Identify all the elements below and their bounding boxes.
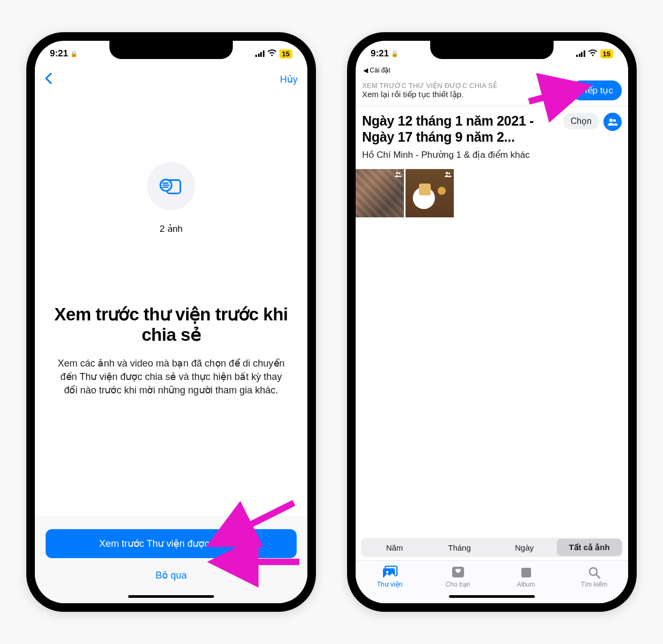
photo-thumbnails — [356, 169, 628, 217]
skip-button[interactable]: Bỏ qua — [46, 564, 297, 587]
date-range-title: Ngày 12 tháng 1 năm 2021 - Ngày 17 tháng… — [362, 113, 559, 145]
preview-body: 2 ảnh Xem trước thư viện trước khi chia … — [35, 92, 307, 516]
location-label: Hồ Chí Minh - Phường 1 & địa điểm khác — [356, 147, 628, 169]
svg-point-10 — [386, 571, 388, 573]
foryou-tab-icon — [450, 565, 466, 579]
svg-point-3 — [613, 119, 616, 122]
svg-point-5 — [399, 172, 401, 174]
library-content: Ngày 12 tháng 1 năm 2021 - Ngày 17 tháng… — [356, 106, 628, 603]
status-time: 9:21 — [50, 48, 68, 59]
photo-count-label: 2 ảnh — [159, 223, 182, 235]
preview-description: Xem các ảnh và video mà bạn đã chọn để d… — [35, 357, 307, 398]
nav-bar: Hủy — [35, 67, 307, 92]
svg-rect-12 — [521, 568, 531, 577]
home-indicator[interactable] — [128, 595, 214, 598]
preview-icon-circle — [147, 162, 195, 210]
header-subtitle: Xem lại rồi tiếp tục thiết lập. — [362, 90, 566, 99]
phone-mockup-right: 9:21 🔒 15 ◀ Cài đặt XEM TRƯỚC THƯ VIỆN Đ… — [347, 32, 637, 612]
battery-badge: 15 — [279, 49, 292, 58]
home-indicator[interactable] — [449, 595, 535, 598]
wifi-icon — [267, 48, 277, 59]
time-segmented-control[interactable]: Năm Tháng Ngày Tất cả ảnh — [361, 538, 623, 557]
segment-day[interactable]: Ngày — [492, 539, 557, 556]
status-time: 9:21 — [371, 48, 389, 59]
signal-icon — [576, 50, 585, 57]
search-tab-icon — [586, 565, 602, 579]
preview-library-icon — [159, 174, 183, 199]
cancel-button[interactable]: Hủy — [280, 74, 298, 85]
album-tab-icon — [518, 565, 534, 579]
breadcrumb-back[interactable]: ◀ Cài đặt — [356, 67, 628, 77]
segment-month[interactable]: Tháng — [427, 539, 492, 556]
footer-area: Xem trước Thư viện được chia sẻ Bỏ qua — [35, 516, 307, 603]
svg-point-7 — [448, 172, 451, 174]
wifi-icon — [588, 48, 598, 59]
photo-thumbnail[interactable] — [356, 169, 404, 217]
battery-badge: 15 — [600, 49, 613, 58]
tab-bar: Thư viện Cho bạn Album Tìm kiếm — [356, 560, 628, 603]
library-tab-icon — [382, 565, 398, 579]
preview-title: Xem trước thư viện trước khi chia sẻ — [35, 304, 307, 345]
svg-point-13 — [590, 568, 597, 575]
shared-badge-icon — [444, 171, 452, 179]
continue-button[interactable]: Tiếp tục — [571, 80, 622, 100]
tab-search-label: Tìm kiếm — [581, 581, 608, 588]
back-button[interactable] — [45, 71, 52, 88]
svg-point-6 — [446, 172, 448, 174]
tab-foryou-label: Cho bạn — [446, 581, 470, 588]
lock-icon: 🔒 — [391, 50, 399, 57]
library-preview-header: XEM TRƯỚC THƯ VIỆN ĐƯỢC CHIA SẺ Xem lại … — [356, 77, 628, 106]
tab-library[interactable]: Thư viện — [366, 565, 414, 603]
people-filter-button[interactable] — [603, 113, 622, 131]
lock-icon: 🔒 — [70, 50, 78, 57]
svg-point-2 — [609, 119, 613, 122]
svg-point-4 — [396, 172, 398, 174]
signal-icon — [255, 50, 264, 57]
preview-library-button[interactable]: Xem trước Thư viện được chia sẻ — [46, 529, 297, 558]
segment-year[interactable]: Năm — [362, 539, 427, 556]
photo-thumbnail[interactable] — [406, 169, 454, 217]
notch — [430, 41, 554, 59]
shared-badge-icon — [394, 171, 402, 179]
people-icon — [607, 118, 618, 126]
header-eyebrow: XEM TRƯỚC THƯ VIỆN ĐƯỢC CHIA SẺ — [362, 82, 566, 90]
tab-album-label: Album — [517, 581, 535, 588]
select-button[interactable]: Chọn — [563, 113, 599, 129]
phone-mockup-left: 9:21 🔒 15 Hủy — [26, 32, 316, 612]
notch — [109, 41, 233, 59]
tab-library-label: Thư viện — [377, 581, 403, 588]
tab-search[interactable]: Tìm kiếm — [570, 565, 618, 603]
screen-right: 9:21 🔒 15 ◀ Cài đặt XEM TRƯỚC THƯ VIỆN Đ… — [356, 41, 628, 603]
screen-left: 9:21 🔒 15 Hủy — [35, 41, 307, 603]
segment-all[interactable]: Tất cả ảnh — [557, 539, 622, 556]
